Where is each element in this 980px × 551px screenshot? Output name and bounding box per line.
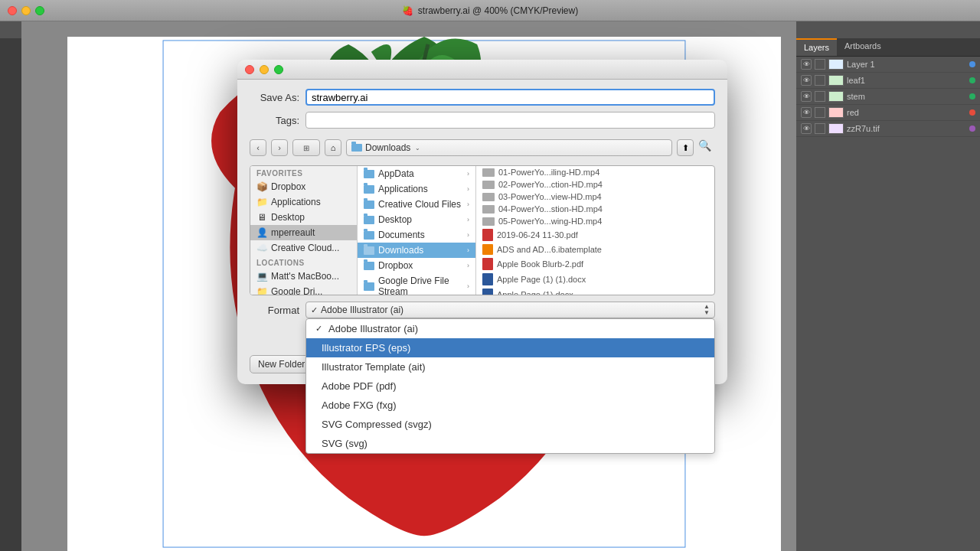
view-toggle-button[interactable]: ⊞ bbox=[292, 139, 320, 156]
arrow-icon: › bbox=[467, 201, 469, 208]
file-item-3[interactable]: 04-PowerYo...stion-HD.mp4 bbox=[476, 203, 714, 215]
sidebar-label-creative-cloud: Creative Cloud... bbox=[271, 243, 339, 253]
dialog-maximize-button[interactable] bbox=[274, 65, 283, 74]
video-file-icon-4 bbox=[482, 217, 495, 226]
dropbox-icon: 📦 bbox=[256, 181, 267, 192]
save-dialog: Save As: Tags: ‹ › ⊞ ⌂ Downloads bbox=[237, 60, 727, 384]
file-item-0[interactable]: 01-PowerYo...iling-HD.mp4 bbox=[476, 166, 714, 178]
arrow-icon: › bbox=[467, 170, 469, 178]
dialog-close-button[interactable] bbox=[245, 65, 254, 74]
format-label: Format bbox=[250, 305, 299, 316]
folder-icon-documents bbox=[364, 231, 374, 240]
dialog-overlay: Save As: Tags: ‹ › ⊞ ⌂ Downloads bbox=[0, 0, 980, 551]
macbook-icon: 💻 bbox=[256, 271, 267, 282]
dialog-titlebar bbox=[237, 60, 727, 80]
video-file-icon-2 bbox=[482, 193, 495, 201]
sidebar-item-google-drive[interactable]: 📁 Google Dri... bbox=[250, 284, 357, 295]
ai-file-icon-6 bbox=[482, 244, 493, 255]
locations-header: Locations bbox=[250, 256, 357, 269]
folder-item-creative-cloud-files[interactable]: Creative Cloud Files › bbox=[358, 197, 475, 212]
folder-item-google-drive[interactable]: Google Drive File Stream › bbox=[358, 273, 475, 295]
arrow-icon: › bbox=[467, 231, 469, 239]
favorites-header: Favorites bbox=[250, 166, 357, 179]
sidebar-item-applications[interactable]: 📁 Applications bbox=[250, 194, 357, 210]
video-file-icon-1 bbox=[482, 181, 495, 189]
sidebar-item-dropbox[interactable]: 📦 Dropbox bbox=[250, 179, 357, 194]
folder-icon-creative-cloud-files bbox=[364, 201, 374, 209]
file-item-2[interactable]: 03-PowerYo...view-HD.mp4 bbox=[476, 191, 714, 203]
doc-file-icon-8 bbox=[482, 273, 493, 285]
format-menu-item-fxg[interactable]: Adobe FXG (fxg) bbox=[306, 396, 714, 415]
arrow-icon: › bbox=[467, 246, 469, 254]
expand-button[interactable]: ⬆ bbox=[677, 139, 694, 156]
format-menu-item-svgz[interactable]: SVG Compressed (svgz) bbox=[306, 415, 714, 434]
folder-icon-dropbox bbox=[364, 262, 374, 270]
creative-cloud-icon: ☁️ bbox=[256, 243, 267, 253]
folder-icon-desktop bbox=[364, 216, 374, 224]
file-item-5[interactable]: 2019-06-24 11-30.pdf bbox=[476, 227, 714, 243]
folder-item-appdata[interactable]: AppData › bbox=[358, 166, 475, 181]
file-item-7[interactable]: Apple Book Blurb-2.pdf bbox=[476, 256, 714, 272]
folder-icon-downloads bbox=[364, 246, 374, 255]
folder-item-dropbox[interactable]: Dropbox › bbox=[358, 258, 475, 273]
new-folder-button[interactable]: New Folder bbox=[250, 355, 313, 373]
tags-input[interactable] bbox=[305, 112, 715, 129]
filename-input[interactable] bbox=[305, 89, 715, 106]
google-drive-icon: 📁 bbox=[256, 286, 267, 295]
sidebar-item-desktop[interactable]: 🖥 Desktop bbox=[250, 210, 357, 225]
folder-pane: AppData › Applications › Creative Cloud … bbox=[358, 166, 476, 295]
applications-icon: 📁 bbox=[256, 197, 267, 207]
search-button[interactable]: 🔍 bbox=[698, 139, 715, 156]
arrow-icon: › bbox=[467, 262, 469, 269]
file-item-8[interactable]: Apple Page (1) (1).docx bbox=[476, 272, 714, 287]
save-as-row: Save As: bbox=[250, 89, 715, 106]
ai-background: 🍓 strawberry.ai @ 400% (CMYK/Preview) bbox=[0, 0, 980, 551]
pdf-file-icon-7 bbox=[482, 258, 493, 270]
dialog-body: Save As: Tags: ‹ › ⊞ ⌂ Downloads bbox=[237, 80, 727, 349]
location-button[interactable]: ⌂ bbox=[325, 139, 341, 156]
browser-content: Favorites 📦 Dropbox 📁 Applications 🖥 bbox=[250, 165, 715, 295]
sidebar-label-dropbox: Dropbox bbox=[271, 181, 305, 192]
format-current-value: Adobe Illustrator (ai) bbox=[321, 305, 403, 315]
tags-row: Tags: bbox=[250, 112, 715, 129]
checkmark-icon: ✓ bbox=[311, 305, 318, 315]
pdf-file-icon-5 bbox=[482, 229, 493, 241]
video-file-icon-3 bbox=[482, 205, 495, 214]
folder-item-applications[interactable]: Applications › bbox=[358, 181, 475, 197]
arrow-icon: › bbox=[467, 282, 469, 290]
folder-icon-appdata bbox=[364, 170, 374, 178]
dialog-minimize-button[interactable] bbox=[260, 65, 269, 74]
file-item-9[interactable]: Apple Page (1).docx bbox=[476, 287, 714, 295]
sidebar-pane: Favorites 📦 Dropbox 📁 Applications 🖥 bbox=[250, 166, 358, 295]
sidebar-item-macbook[interactable]: 💻 Matt's MacBoo... bbox=[250, 269, 357, 284]
sidebar-item-creative-cloud[interactable]: ☁️ Creative Cloud... bbox=[250, 240, 357, 256]
format-menu-item-ait[interactable]: Illustrator Template (ait) bbox=[306, 357, 714, 377]
sidebar-label-desktop: Desktop bbox=[271, 212, 305, 223]
sidebar-label-user: mperreault bbox=[271, 227, 315, 238]
folder-item-desktop[interactable]: Desktop › bbox=[358, 212, 475, 227]
folder-item-downloads[interactable]: Downloads › bbox=[358, 243, 475, 258]
format-menu-item-ai[interactable]: ✓ Adobe Illustrator (ai) bbox=[306, 319, 714, 338]
current-folder-label: Downloads bbox=[365, 142, 410, 153]
back-button[interactable]: ‹ bbox=[250, 139, 266, 156]
format-menu-item-pdf[interactable]: Adobe PDF (pdf) bbox=[306, 377, 714, 396]
file-item-4[interactable]: 05-PowerYo...wing-HD.mp4 bbox=[476, 215, 714, 227]
tags-label: Tags: bbox=[250, 115, 299, 126]
forward-button[interactable]: › bbox=[271, 139, 288, 156]
file-item-6[interactable]: ADS and AD...6.ibatemplate bbox=[476, 243, 714, 256]
stepper-arrows-icon: ▲ ▼ bbox=[704, 304, 710, 316]
folder-icon-google-drive bbox=[364, 282, 374, 291]
folder-item-documents[interactable]: Documents › bbox=[358, 227, 475, 243]
format-menu-item-eps[interactable]: Illustrator EPS (eps) bbox=[306, 338, 714, 357]
file-item-1[interactable]: 02-PowerYo...ction-HD.mp4 bbox=[476, 178, 714, 191]
format-dropdown[interactable]: ✓ Adobe Illustrator (ai) ▲ ▼ bbox=[305, 302, 715, 318]
arrow-icon: › bbox=[467, 216, 469, 223]
desktop-icon: 🖥 bbox=[256, 212, 267, 223]
current-folder-dropdown[interactable]: Downloads ⌄ bbox=[346, 139, 672, 156]
doc-file-icon-9 bbox=[482, 289, 493, 295]
folder-icon-applications bbox=[364, 185, 374, 194]
user-icon: 👤 bbox=[256, 227, 267, 238]
sidebar-item-user[interactable]: 👤 mperreault bbox=[250, 225, 357, 240]
format-menu-item-svg[interactable]: SVG (svg) bbox=[306, 434, 714, 453]
sidebar-label-applications: Applications bbox=[271, 197, 321, 207]
